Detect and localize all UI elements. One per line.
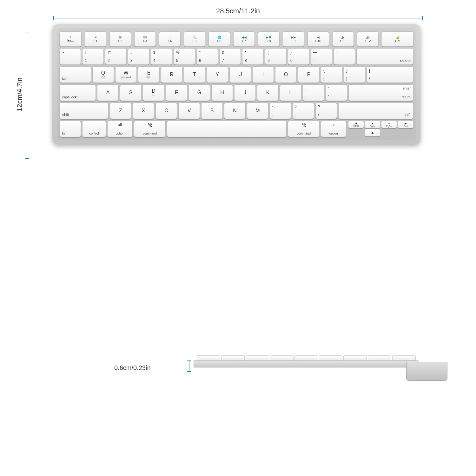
key-f1[interactable]: ☀ F1 [85,31,106,47]
key-h[interactable]: H [211,84,233,101]
key-m[interactable]: M [247,102,268,119]
key-enter[interactable]: enter return [348,84,413,101]
key-4[interactable]: $ 4 [151,48,172,65]
key-e[interactable]: E Win [138,66,160,83]
key-f3[interactable]: ⌨ F3 [134,31,156,47]
key-semicolon[interactable]: : ; [303,84,324,101]
key-s[interactable]: S [120,84,142,101]
zxcv-row: shift Z X C V [59,102,413,119]
key-shift-l[interactable]: shift [59,102,109,119]
key-i[interactable]: I [252,66,274,83]
key-delete[interactable]: delete [356,48,413,65]
key-o[interactable]: O [275,66,297,83]
key-equals[interactable]: + = [334,48,355,65]
key-t[interactable]: T [184,66,205,83]
number-row: ~ ` ! 1 @ 2 # 3 [59,48,413,65]
key-up[interactable]: ▲ [365,129,380,136]
key-2[interactable]: @ 2 [105,48,127,65]
key-backslash[interactable]: | \ [367,66,413,83]
fn-row: ⇧ Esc ☀ F1 ⊞ F2 ⌨ [59,31,413,47]
key-pgup[interactable]: ▲ PgUp [365,121,380,128]
key-j[interactable]: J [234,84,256,101]
keyboard-side-view [194,355,447,384]
key-shift-r[interactable]: shift [338,102,413,119]
key-c[interactable]: C [155,102,177,119]
key-f9[interactable]: ▶▶ F9 [283,31,304,47]
key-w[interactable]: W Android [115,66,137,83]
keyboard-inner: ⇧ Esc ☀ F1 ⊞ F2 ⌨ [57,28,416,140]
key-command-l[interactable]: ⌘ command [134,121,166,137]
key-bracket-l[interactable]: { [ [321,66,342,83]
key-pgdn[interactable]: ▼ PgDn [381,121,397,128]
key-q[interactable]: Q iOS [92,66,114,83]
key-comma[interactable]: < , [270,102,291,119]
page-container: 28.5cm/11.2in 12cm/4.7in ⇧ Esc [0,0,476,476]
key-minus[interactable]: — - [311,48,332,65]
thickness-dimension-label: 0.6cm/0.23in [114,364,151,372]
key-slash[interactable]: ? / [315,102,337,119]
key-9[interactable]: ( 9 [265,48,287,65]
key-v[interactable]: V [178,102,200,119]
key-p[interactable]: P [298,66,320,83]
asdf-row: caps lock A S D — [59,84,413,101]
key-period[interactable]: > . [293,102,314,119]
key-end[interactable]: ▶ End [398,121,413,128]
keyboard-shell: ⇧ Esc ☀ F1 ⊞ F2 ⌨ [52,24,420,145]
width-dim-line [53,18,423,18]
key-0[interactable]: ) 0 [288,48,309,65]
key-a[interactable]: A [97,84,119,101]
key-f10[interactable]: ◀ F10 [307,31,329,47]
key-8[interactable]: * 8 [242,48,264,65]
key-option-l[interactable]: alt option [107,121,133,137]
key-l[interactable]: L [280,84,301,101]
key-control[interactable]: control [82,121,106,137]
key-command-r[interactable]: ⌘ command [288,121,320,137]
height-dim-line [27,32,27,159]
key-f7[interactable]: ◀◀ F7 [233,31,255,47]
key-k[interactable]: K [257,84,279,101]
key-fn[interactable]: fn [59,121,81,137]
key-f[interactable]: F [166,84,187,101]
key-d[interactable]: D — [143,84,164,101]
key-option-r[interactable]: alt option [321,121,346,137]
key-f2[interactable]: ⊞ F2 [109,31,131,47]
key-f6[interactable]: 🌐 F6 [208,31,230,47]
key-del[interactable]: 🔒 Del [382,31,413,47]
bottom-row: fn control alt option ⌘ command [59,121,413,137]
key-f8[interactable]: ▶⏸ F8 [258,31,280,47]
key-r[interactable]: R [161,66,182,83]
key-f5[interactable]: 🔍 F5 [184,31,205,47]
key-backtick[interactable]: ~ ` [59,48,81,65]
key-esc[interactable]: ⇧ Esc [59,31,82,47]
key-quote[interactable]: " ' [326,84,347,101]
key-6[interactable]: ^ 6 [196,48,218,65]
height-dimension-label: 12cm/4.7in [16,77,24,112]
key-capslock[interactable]: caps lock [59,84,96,101]
key-space[interactable] [167,121,287,137]
key-b[interactable]: B [201,102,223,119]
key-f12[interactable]: 🔊 F12 [357,31,379,47]
arrow-cluster: ◀ Home ▲ PgUp ▼ PgDn [348,121,413,137]
key-bracket-r[interactable]: } ] [344,66,365,83]
key-5[interactable]: % 5 [174,48,195,65]
keyboard-body: ⇧ Esc ☀ F1 ⊞ F2 ⌨ [52,24,420,145]
key-f11[interactable]: 🔈 F11 [332,31,354,47]
qwerty-row: tab Q iOS W Android E Win [59,66,413,83]
key-x[interactable]: X [133,102,154,119]
key-n[interactable]: N [224,102,246,119]
key-1[interactable]: ! 1 [82,48,104,65]
key-3[interactable]: # 3 [128,48,149,65]
key-f4[interactable]: ♩ F4 [159,31,181,47]
key-y[interactable]: Y [207,66,228,83]
key-u[interactable]: U [229,66,251,83]
thickness-dim-line [189,360,189,372]
key-tab[interactable]: tab [59,66,91,83]
width-dimension-label: 28.5cm/11.2in [216,7,260,15]
key-g[interactable]: G [188,84,210,101]
key-z[interactable]: Z [110,102,131,119]
key-home[interactable]: ◀ Home [348,121,364,128]
key-7[interactable]: & 7 [219,48,241,65]
